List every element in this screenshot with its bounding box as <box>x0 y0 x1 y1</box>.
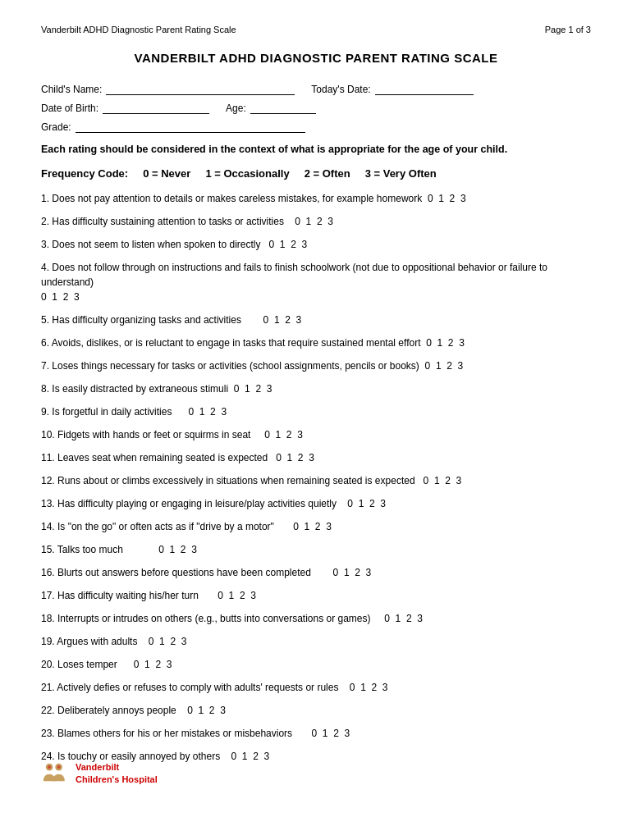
grade-label: Grade: <box>41 121 71 133</box>
freq-never: 0 = Never <box>143 167 190 180</box>
q4-text: 4. Does not follow through on instructio… <box>41 260 591 290</box>
q7-ratings: 0 1 2 3 <box>425 358 464 373</box>
logo-svg-icon <box>41 759 71 788</box>
q18-text: 18. Interrupts or intrudes on others (e.… <box>41 611 384 626</box>
q23-ratings: 0 1 2 3 <box>311 726 350 741</box>
form-fields: Child's Name: Today's Date: Date of Birt… <box>41 83 591 133</box>
q2-text: 2. Has difficulty sustaining attention t… <box>41 214 295 229</box>
q19-text: 19. Argues with adults <box>41 634 149 649</box>
q19-ratings: 0 1 2 3 <box>149 634 187 649</box>
q13-ratings: 0 1 2 3 <box>347 496 386 511</box>
q8-text: 8. Is easily distracted by extraneous st… <box>41 381 234 396</box>
age-label: Age: <box>226 103 246 114</box>
q1-ratings: 0 1 2 3 <box>428 191 466 206</box>
frequency-code-label: Frequency Code: <box>41 167 128 180</box>
question-7: 7. Loses things necessary for tasks or a… <box>41 358 591 373</box>
q8-ratings: 0 1 2 3 <box>234 381 272 396</box>
question-2: 2. Has difficulty sustaining attention t… <box>41 214 591 229</box>
logo-text: Vanderbilt Children's Hospital <box>76 761 158 785</box>
dob-field: Date of Birth: <box>41 102 209 114</box>
question-14: 14. Is "on the go" or often acts as if "… <box>41 519 591 534</box>
form-row-3: Grade: <box>41 121 591 133</box>
page-header: Vanderbilt ADHD Diagnostic Parent Rating… <box>41 25 591 34</box>
footer: Vanderbilt Children's Hospital <box>41 759 158 788</box>
q20-ratings: 0 1 2 3 <box>134 657 172 672</box>
question-21: 21. Actively defies or refuses to comply… <box>41 680 591 695</box>
page-title: VANDERBILT ADHD DIAGNOSTIC PARENT RATING… <box>41 51 591 65</box>
q12-ratings: 0 1 2 3 <box>424 473 462 488</box>
q5-text: 5. Has difficulty organizing tasks and a… <box>41 313 263 327</box>
q21-text: 21. Actively defies or refuses to comply… <box>41 680 350 695</box>
question-16: 16. Blurts out answers before questions … <box>41 565 591 580</box>
grade-field: Grade: <box>41 121 305 133</box>
q15-ratings: 0 1 2 3 <box>158 542 197 557</box>
logo-name: Vanderbilt <box>76 761 158 773</box>
q10-text: 10. Fidgets with hands or feet or squirm… <box>41 427 264 442</box>
childs-name-field: Child's Name: <box>41 83 295 95</box>
header-left: Vanderbilt ADHD Diagnostic Parent Rating… <box>41 25 236 34</box>
question-11: 11. Leaves seat when remaining seated is… <box>41 450 591 465</box>
question-5: 5. Has difficulty organizing tasks and a… <box>41 313 591 327</box>
question-1: 1. Does not pay attention to details or … <box>41 191 591 206</box>
age-input[interactable] <box>250 102 316 114</box>
question-15: 15. Talks too much 0 1 2 3 <box>41 542 591 557</box>
q17-ratings: 0 1 2 3 <box>218 588 256 603</box>
question-18: 18. Interrupts or intrudes on others (e.… <box>41 611 591 626</box>
question-9: 9. Is forgetful in daily activities 0 1 … <box>41 404 591 419</box>
q16-ratings: 0 1 2 3 <box>333 565 372 580</box>
form-row-2: Date of Birth: Age: <box>41 102 591 114</box>
freq-often: 2 = Often <box>305 167 350 180</box>
question-8: 8. Is easily distracted by extraneous st… <box>41 381 591 396</box>
q14-text: 14. Is "on the go" or often acts as if "… <box>41 519 293 534</box>
age-field: Age: <box>226 102 316 114</box>
q9-ratings: 0 1 2 3 <box>188 404 227 419</box>
frequency-code-row: Frequency Code: 0 = Never 1 = Occasional… <box>41 167 591 180</box>
svg-point-3 <box>57 765 60 768</box>
freq-very-often: 3 = Very Often <box>365 167 437 180</box>
dob-input[interactable] <box>103 102 209 114</box>
q5-ratings: 0 1 2 3 <box>263 313 302 327</box>
svg-point-2 <box>48 765 51 768</box>
logo-subtitle: Children's Hospital <box>76 774 158 785</box>
childs-name-label: Child's Name: <box>41 84 102 95</box>
q22-text: 22. Deliberately annoys people <box>41 703 187 718</box>
q3-text: 3. Does not seem to listen when spoken t… <box>41 237 268 252</box>
todays-date-field: Today's Date: <box>311 83 473 95</box>
page: Vanderbilt ADHD Diagnostic Parent Rating… <box>0 0 632 805</box>
q16-text: 16. Blurts out answers before questions … <box>41 565 333 580</box>
question-13: 13. Has difficulty playing or engaging i… <box>41 496 591 511</box>
q24-ratings: 0 1 2 3 <box>231 749 269 764</box>
question-10: 10. Fidgets with hands or feet or squirm… <box>41 427 591 442</box>
q10-ratings: 0 1 2 3 <box>264 427 303 442</box>
q9-text: 9. Is forgetful in daily activities <box>41 404 188 419</box>
q23-text: 23. Blames others for his or her mistake… <box>41 726 311 741</box>
question-3: 3. Does not seem to listen when spoken t… <box>41 237 591 252</box>
question-6: 6. Avoids, dislikes, or is reluctant to … <box>41 336 591 350</box>
q4-ratings: 0 1 2 3 <box>41 290 80 304</box>
grade-input[interactable] <box>76 121 305 133</box>
childs-name-input[interactable] <box>106 83 295 95</box>
q1-text: 1. Does not pay attention to details or … <box>41 191 428 206</box>
q3-ratings: 0 1 2 3 <box>268 237 307 252</box>
q7-text: 7. Loses things necessary for tasks or a… <box>41 358 425 373</box>
todays-date-input[interactable] <box>375 83 474 95</box>
questions-container: 1. Does not pay attention to details or … <box>41 191 591 764</box>
q11-text: 11. Leaves seat when remaining seated is… <box>41 450 276 465</box>
question-20: 20. Loses temper 0 1 2 3 <box>41 657 591 672</box>
q14-ratings: 0 1 2 3 <box>293 519 332 534</box>
dob-label: Date of Birth: <box>41 103 98 114</box>
q18-ratings: 0 1 2 3 <box>384 611 423 626</box>
q6-text: 6. Avoids, dislikes, or is reluctant to … <box>41 336 426 350</box>
q11-ratings: 0 1 2 3 <box>276 450 314 465</box>
question-17: 17. Has difficulty waiting his/her turn … <box>41 588 591 603</box>
question-19: 19. Argues with adults 0 1 2 3 <box>41 634 591 649</box>
question-23: 23. Blames others for his or her mistake… <box>41 726 591 741</box>
q21-ratings: 0 1 2 3 <box>350 680 388 695</box>
todays-date-label: Today's Date: <box>311 84 370 95</box>
question-4: 4. Does not follow through on instructio… <box>41 260 591 304</box>
form-row-1: Child's Name: Today's Date: <box>41 83 591 95</box>
q12-text: 12. Runs about or climbs excessively in … <box>41 473 424 488</box>
q20-text: 20. Loses temper <box>41 657 134 672</box>
q17-text: 17. Has difficulty waiting his/her turn <box>41 588 218 603</box>
question-12: 12. Runs about or climbs excessively in … <box>41 473 591 488</box>
